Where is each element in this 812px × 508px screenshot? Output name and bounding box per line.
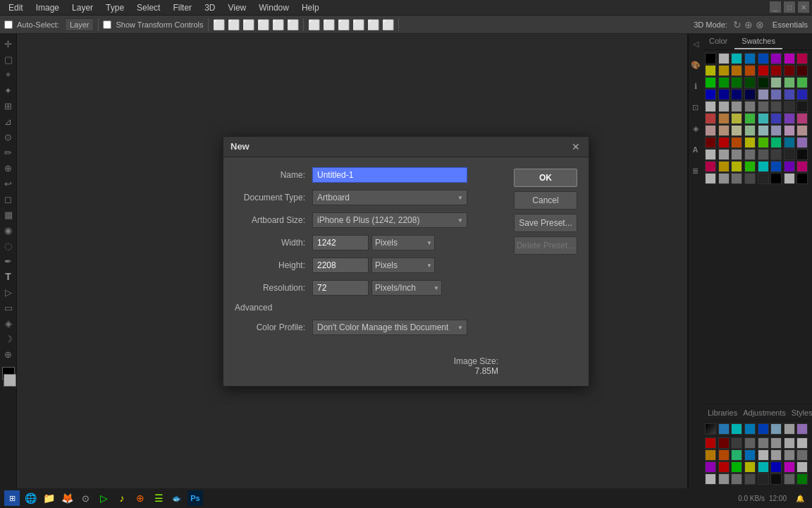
taskbar-photoshop-icon[interactable]: Ps (187, 490, 203, 506)
auto-select-type[interactable]: Layer (65, 18, 94, 31)
document-type-label: Document Type: (235, 193, 312, 202)
height-input[interactable] (312, 258, 369, 273)
taskbar-start-icon[interactable]: ⊞ (4, 490, 20, 506)
delete-preset-button[interactable]: Delete Preset... (514, 236, 577, 255)
image-size-value: 7.85M (235, 366, 498, 376)
color-profile-select[interactable]: Don't Color Manage this Document sRGB IE… (312, 320, 467, 335)
ok-button[interactable]: OK (514, 169, 577, 187)
height-row: Height: Pixels Inches Centimeters (235, 258, 505, 273)
menu-type[interactable]: Type (100, 1, 130, 14)
distribute-top-icon[interactable]: ⬜ (352, 19, 364, 30)
menu-image[interactable]: Image (30, 1, 65, 14)
menu-3d[interactable]: 3D (199, 1, 221, 14)
dialog-form: Name: Document Type: Artboard Default Ph… (235, 167, 505, 376)
color-profile-select-wrapper: Don't Color Manage this Document sRGB IE… (312, 320, 467, 335)
cancel-button[interactable]: Cancel (514, 191, 577, 210)
dialog-close-button[interactable]: ✕ (570, 141, 582, 152)
taskbar-app2-icon[interactable]: ☰ (151, 490, 166, 506)
show-transform-controls-checkbox[interactable] (103, 20, 111, 29)
height-unit-select[interactable]: Pixels Inches Centimeters (371, 258, 435, 273)
document-type-select[interactable]: Artboard Default Photoshop Size Custom (312, 190, 467, 205)
3d-rotate-icon[interactable]: ↻ (733, 19, 742, 30)
align-top-icon[interactable]: ⬜ (257, 19, 269, 30)
menu-select[interactable]: Select (131, 1, 166, 14)
name-label: Name: (235, 170, 312, 180)
taskbar-right: 0.0 KB/s 12:00 🔔 (738, 490, 809, 506)
menu-window[interactable]: Window (253, 1, 295, 14)
document-type-row: Document Type: Artboard Default Photosho… (235, 190, 505, 205)
resolution-label: Resolution: (235, 283, 312, 293)
resolution-input-group: Pixels/Inch Pixels/Centimeter (312, 280, 442, 296)
taskbar-app3-icon[interactable]: 🐟 (169, 490, 185, 506)
align-middle-icon[interactable]: ⬜ (272, 19, 284, 30)
taskbar-notification-icon[interactable]: 🔔 (792, 490, 808, 506)
essentials-label: Essentials (773, 20, 808, 29)
menu-help[interactable]: Help (296, 1, 325, 14)
dialog-overlay: New ✕ Name: Document Type: Artboard Defa… (0, 34, 812, 488)
taskbar-media-icon[interactable]: ▷ (96, 490, 111, 506)
resolution-input[interactable] (312, 280, 369, 296)
align-left-icon[interactable]: ⬜ (213, 19, 225, 30)
maximize-button[interactable]: □ (784, 1, 795, 13)
name-input[interactable] (312, 167, 467, 183)
height-label: Height: (235, 260, 312, 270)
show-transform-controls-label: Show Transform Controls (116, 20, 203, 29)
distribute-center-icon[interactable]: ⬜ (323, 19, 335, 30)
align-center-icon[interactable]: ⬜ (228, 19, 240, 30)
menu-layer[interactable]: Layer (66, 1, 99, 14)
new-document-dialog: New ✕ Name: Document Type: Artboard Defa… (223, 136, 589, 387)
advanced-label[interactable]: Advanced (235, 303, 272, 313)
name-row: Name: (235, 167, 505, 183)
taskbar-app1-icon[interactable]: ⊕ (133, 490, 148, 506)
toolbar-separator-4 (398, 18, 399, 31)
artboard-size-select[interactable]: iPhone 6 Plus (1242, 2208) iPhone 6 (750… (312, 212, 467, 228)
time-display: 12:00 (769, 495, 787, 502)
3d-pan-icon[interactable]: ⊗ (756, 19, 764, 30)
window-controls: _ □ ✕ (770, 1, 809, 13)
menu-filter[interactable]: Filter (167, 1, 197, 14)
advanced-section: Advanced (235, 303, 505, 313)
resolution-unit-select[interactable]: Pixels/Inch Pixels/Centimeter (371, 280, 442, 296)
dialog-buttons: OK Cancel Save Preset... Delete Preset..… (514, 167, 577, 376)
width-unit-select[interactable]: Pixels Inches Centimeters (371, 235, 435, 250)
close-button[interactable]: ✕ (798, 1, 809, 13)
artboard-size-select-wrapper: iPhone 6 Plus (1242, 2208) iPhone 6 (750… (312, 212, 467, 228)
image-size-label: Image Size: (235, 356, 498, 366)
align-right-icon[interactable]: ⬜ (242, 19, 254, 30)
distribute-bottom-icon[interactable]: ⬜ (382, 19, 394, 30)
width-input[interactable] (312, 235, 369, 250)
menu-edit[interactable]: Edit (3, 1, 29, 14)
3d-mode-label: 3D Mode: (694, 20, 727, 29)
toolbar-separator-3 (303, 18, 304, 31)
image-size-section: Image Size: 7.85M (235, 356, 505, 376)
dialog-title: New (230, 141, 250, 152)
width-label: Width: (235, 238, 312, 248)
distribute-right-icon[interactable]: ⬜ (338, 19, 350, 30)
auto-select-label: Auto-Select: (17, 20, 59, 29)
taskbar-firefox-icon[interactable]: 🦊 (59, 490, 75, 506)
3d-zoom-icon[interactable]: ⊕ (744, 19, 753, 30)
toolbar-separator-1 (98, 18, 99, 31)
color-profile-label: Color Profile: (235, 322, 312, 332)
color-profile-row: Color Profile: Don't Color Manage this D… (235, 320, 505, 335)
toolbar: Auto-Select: Layer Show Transform Contro… (0, 16, 812, 34)
dialog-body: Name: Document Type: Artboard Default Ph… (223, 157, 589, 386)
auto-select-checkbox[interactable] (4, 20, 13, 29)
artboard-size-row: Artboard Size: iPhone 6 Plus (1242, 2208… (235, 212, 505, 228)
resolution-unit-select-wrapper: Pixels/Inch Pixels/Centimeter (371, 280, 442, 296)
minimize-button[interactable]: _ (770, 1, 781, 13)
taskbar: ⊞ 🌐 📁 🦊 ⊙ ▷ ♪ ⊕ ☰ 🐟 Ps 0.0 KB/s 12:00 🔔 (0, 488, 812, 508)
distribute-left-icon[interactable]: ⬜ (308, 19, 320, 30)
save-preset-button[interactable]: Save Preset... (514, 214, 577, 232)
taskbar-chrome-icon[interactable]: ⊙ (78, 490, 93, 506)
distribute-middle-icon[interactable]: ⬜ (367, 19, 379, 30)
menu-view[interactable]: View (222, 1, 252, 14)
align-bottom-icon[interactable]: ⬜ (287, 19, 299, 30)
artboard-size-label: Artboard Size: (235, 215, 312, 225)
taskbar-music-icon[interactable]: ♪ (114, 490, 130, 506)
height-unit-select-wrapper: Pixels Inches Centimeters (371, 258, 435, 273)
taskbar-explorer-icon[interactable]: 📁 (41, 490, 56, 506)
network-status: 0.0 KB/s (738, 495, 765, 502)
width-unit-select-wrapper: Pixels Inches Centimeters (371, 235, 435, 250)
taskbar-browser-icon[interactable]: 🌐 (23, 490, 38, 506)
